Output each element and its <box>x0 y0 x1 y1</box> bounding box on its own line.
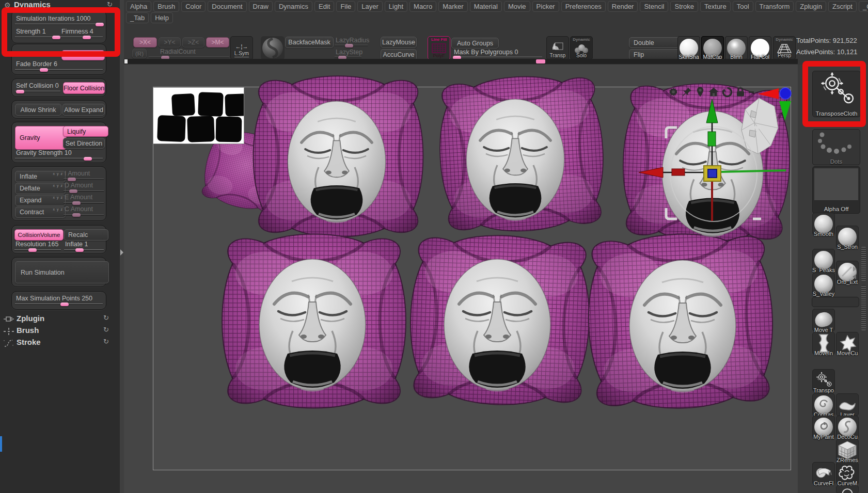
refresh-icon[interactable]: ↻ <box>103 314 109 322</box>
refresh-icon[interactable]: ↻ <box>107 1 113 8</box>
menu-tool[interactable]: Tool <box>733 1 753 12</box>
palette-row-zplugin[interactable]: Zplugin <box>17 314 44 323</box>
menu-stroke[interactable]: Stroke <box>670 1 698 12</box>
palette-row-brush[interactable]: Brush <box>17 326 39 335</box>
brush-transpose[interactable]: Transpo <box>812 369 835 392</box>
set-direction-button[interactable]: Set Direction <box>63 138 105 149</box>
material-skinshade[interactable]: SkinSha <box>677 36 700 60</box>
brush-mypaint[interactable]: MyPaint <box>812 416 835 438</box>
firmness-slider[interactable]: Firmness 4 <box>60 28 103 39</box>
strength-slider[interactable]: Strength 1 <box>15 28 57 39</box>
symmetry-m-button[interactable]: >M< <box>206 37 229 47</box>
simulation-iterations-slider[interactable]: Simulation Iterations 1000 <box>15 15 103 26</box>
d-amount-slider[interactable]: D Amount <box>64 182 104 193</box>
lazymouse-button[interactable]: LazyMouse <box>381 37 417 48</box>
shelf-scrollbar-upper[interactable] <box>861 247 866 281</box>
brush-zremesher-guide[interactable]: ZRemes <box>836 439 859 462</box>
brush-move-infinite[interactable]: MoveIn <box>812 332 835 355</box>
backfacemask-button[interactable]: BackfaceMask <box>285 37 334 48</box>
menu-brush[interactable]: Brush <box>153 1 179 12</box>
lazystep-slider[interactable]: LazyStep <box>335 49 361 59</box>
slider-thumb[interactable] <box>52 36 60 39</box>
menu-help[interactable]: Help <box>151 12 173 23</box>
i-amount-slider[interactable]: I Amount <box>64 170 104 181</box>
menu-stencil[interactable]: Stencil <box>640 1 668 12</box>
material-flatcolor[interactable]: Flat Col <box>749 36 771 60</box>
brush-orb-extrude[interactable]: Orb_Ext <box>836 261 859 283</box>
brush-curve-multi[interactable]: CurveM <box>836 462 859 485</box>
empty-shelf-slot[interactable] <box>812 297 859 307</box>
menu--tab[interactable]: _Tab <box>126 12 149 23</box>
menu-file[interactable]: File <box>336 1 355 12</box>
menu-material[interactable]: Material <box>470 1 502 12</box>
brush-transposecloth-selected[interactable]: TransposeCloth <box>812 71 861 117</box>
shelf-collapse-arrow-icon[interactable] <box>853 274 856 279</box>
lock-icon[interactable] <box>734 86 747 98</box>
menu-draw[interactable]: Draw <box>249 1 273 12</box>
menu-macro[interactable]: Macro <box>409 1 436 12</box>
pin-icon[interactable] <box>681 86 693 98</box>
symmetry-z-button[interactable]: >Z< <box>182 37 204 47</box>
slider-thumb[interactable] <box>75 248 84 252</box>
local-symmetry-button[interactable]: ←¦→ L.Sym <box>230 36 253 60</box>
slider-thumb[interactable] <box>16 90 24 93</box>
menu-color[interactable]: Color <box>181 1 206 12</box>
menu-zplugin[interactable]: Zplugin <box>796 1 826 12</box>
refresh-icon[interactable]: ↻ <box>103 338 109 345</box>
menu--caps[interactable]: _Caps <box>859 1 868 12</box>
unlink-dash-icon[interactable] <box>749 91 754 93</box>
allow-shrink-button[interactable]: Allow Shrink <box>15 104 61 116</box>
floor-collision-button[interactable]: Floor Collision <box>63 82 105 94</box>
brush-smooth-stronger[interactable]: S_Stron <box>836 226 859 248</box>
self-collision-slider[interactable]: Self Collision 0 <box>15 82 60 93</box>
radialcount-slider[interactable]: RadialCount <box>149 48 229 59</box>
brush-smooth-valleys[interactable]: S_Valley <box>812 273 835 295</box>
slider-thumb[interactable] <box>83 36 91 39</box>
dock-blue-marker[interactable] <box>0 436 2 452</box>
menu-texture[interactable]: Texture <box>700 1 731 12</box>
home-icon[interactable] <box>707 86 720 98</box>
menu-zscript[interactable]: Zscript <box>828 1 857 12</box>
brush-move-topological[interactable]: Move T <box>812 309 835 331</box>
auto-groups-button[interactable]: Auto Groups <box>451 38 499 49</box>
hidden-pink-button[interactable] <box>61 50 105 60</box>
brush-curve-flat[interactable]: CurveFl <box>812 462 835 485</box>
timeline-strip[interactable] <box>124 59 798 64</box>
palette-row-stroke[interactable]: Stroke <box>17 338 41 346</box>
menu-marker[interactable]: Marker <box>438 1 467 12</box>
deflate-button[interactable]: Deflate x y z <box>15 183 66 194</box>
liquify-button[interactable]: Liquify <box>63 126 108 137</box>
refresh-icon[interactable]: ↻ <box>103 326 109 333</box>
brush-move-curve[interactable]: MoveCu <box>836 332 859 355</box>
menu-preferences[interactable]: Preferences <box>561 1 606 12</box>
current-tool-preview[interactable] <box>261 36 285 60</box>
location-pin-icon[interactable] <box>694 86 706 98</box>
menu-movie[interactable]: Movie <box>504 1 530 12</box>
menu-render[interactable]: Render <box>608 1 638 12</box>
brush-contrast[interactable]: Contras <box>812 393 835 416</box>
gravity-button[interactable]: Gravity <box>15 126 67 150</box>
inflate-button[interactable]: Inflate x y z <box>15 171 66 182</box>
alpha-off-selector[interactable]: Alpha Off <box>812 166 860 214</box>
material-blinn[interactable]: Blinn <box>725 36 748 60</box>
slider-thumb[interactable] <box>96 23 104 26</box>
slider-thumb[interactable] <box>345 44 353 47</box>
double-button[interactable]: Double <box>629 37 682 48</box>
material-matcap-selected[interactable]: MatCap <box>701 36 724 60</box>
menu-layer[interactable]: Layer <box>357 1 383 12</box>
panel-collapse-arrow-icon[interactable] <box>120 249 123 256</box>
slider-thumb[interactable] <box>40 68 48 72</box>
shelf-expand-arrow-icon[interactable] <box>853 266 857 272</box>
brush-smooth-peaks[interactable]: S_Peaks <box>812 249 835 272</box>
slider-thumb[interactable] <box>68 178 76 181</box>
allow-expand-button[interactable]: Allow Expand <box>62 104 105 116</box>
brush-layer[interactable]: Layer <box>836 393 859 416</box>
menu-transform[interactable]: Transform <box>755 1 794 12</box>
menu-alpha[interactable]: Alpha <box>126 1 151 12</box>
menu-light[interactable]: Light <box>385 1 407 12</box>
slider-thumb[interactable] <box>69 189 77 193</box>
polyframe-button[interactable]: Line Fill PolyF <box>428 36 450 60</box>
panel-divider[interactable] <box>120 0 124 493</box>
max-simulation-points-slider[interactable]: Max Simulation Points 250 <box>15 295 103 306</box>
strip-pink-marker[interactable] <box>536 59 545 63</box>
